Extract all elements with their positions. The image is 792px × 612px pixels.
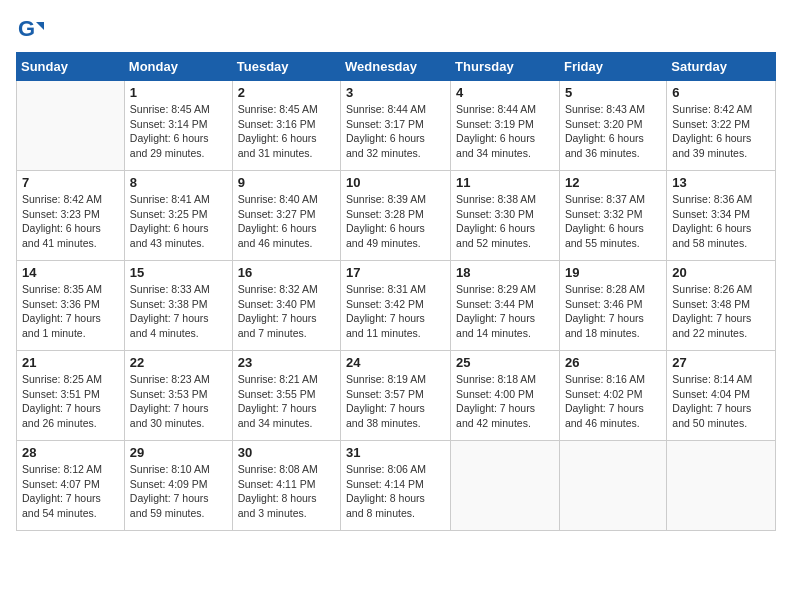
day-number: 21 [22,355,119,370]
day-number: 20 [672,265,770,280]
calendar-cell: 14Sunrise: 8:35 AM Sunset: 3:36 PM Dayli… [17,261,125,351]
day-detail: Sunrise: 8:06 AM Sunset: 4:14 PM Dayligh… [346,462,445,521]
day-detail: Sunrise: 8:10 AM Sunset: 4:09 PM Dayligh… [130,462,227,521]
day-number: 19 [565,265,661,280]
calendar-week-row: 1Sunrise: 8:45 AM Sunset: 3:14 PM Daylig… [17,81,776,171]
calendar-cell [451,441,560,531]
day-number: 4 [456,85,554,100]
day-number: 2 [238,85,335,100]
day-detail: Sunrise: 8:25 AM Sunset: 3:51 PM Dayligh… [22,372,119,431]
day-number: 14 [22,265,119,280]
day-number: 12 [565,175,661,190]
day-number: 11 [456,175,554,190]
calendar-cell: 13Sunrise: 8:36 AM Sunset: 3:34 PM Dayli… [667,171,776,261]
day-detail: Sunrise: 8:16 AM Sunset: 4:02 PM Dayligh… [565,372,661,431]
day-detail: Sunrise: 8:08 AM Sunset: 4:11 PM Dayligh… [238,462,335,521]
calendar-cell: 18Sunrise: 8:29 AM Sunset: 3:44 PM Dayli… [451,261,560,351]
calendar-cell: 28Sunrise: 8:12 AM Sunset: 4:07 PM Dayli… [17,441,125,531]
day-header-tuesday: Tuesday [232,53,340,81]
calendar-week-row: 21Sunrise: 8:25 AM Sunset: 3:51 PM Dayli… [17,351,776,441]
logo: G [16,16,48,44]
day-number: 8 [130,175,227,190]
day-number: 18 [456,265,554,280]
calendar-cell: 2Sunrise: 8:45 AM Sunset: 3:16 PM Daylig… [232,81,340,171]
calendar-table: SundayMondayTuesdayWednesdayThursdayFrid… [16,52,776,531]
calendar-cell: 1Sunrise: 8:45 AM Sunset: 3:14 PM Daylig… [124,81,232,171]
day-header-monday: Monday [124,53,232,81]
calendar-cell: 4Sunrise: 8:44 AM Sunset: 3:19 PM Daylig… [451,81,560,171]
day-number: 17 [346,265,445,280]
day-number: 27 [672,355,770,370]
calendar-cell [667,441,776,531]
day-number: 7 [22,175,119,190]
day-number: 9 [238,175,335,190]
day-number: 29 [130,445,227,460]
calendar-cell: 30Sunrise: 8:08 AM Sunset: 4:11 PM Dayli… [232,441,340,531]
day-number: 15 [130,265,227,280]
calendar-cell: 6Sunrise: 8:42 AM Sunset: 3:22 PM Daylig… [667,81,776,171]
day-detail: Sunrise: 8:38 AM Sunset: 3:30 PM Dayligh… [456,192,554,251]
logo-icon: G [16,16,44,44]
calendar-cell: 10Sunrise: 8:39 AM Sunset: 3:28 PM Dayli… [341,171,451,261]
day-detail: Sunrise: 8:42 AM Sunset: 3:22 PM Dayligh… [672,102,770,161]
day-detail: Sunrise: 8:29 AM Sunset: 3:44 PM Dayligh… [456,282,554,341]
day-detail: Sunrise: 8:21 AM Sunset: 3:55 PM Dayligh… [238,372,335,431]
day-detail: Sunrise: 8:35 AM Sunset: 3:36 PM Dayligh… [22,282,119,341]
calendar-cell: 21Sunrise: 8:25 AM Sunset: 3:51 PM Dayli… [17,351,125,441]
calendar-cell: 20Sunrise: 8:26 AM Sunset: 3:48 PM Dayli… [667,261,776,351]
day-number: 16 [238,265,335,280]
day-detail: Sunrise: 8:14 AM Sunset: 4:04 PM Dayligh… [672,372,770,431]
day-detail: Sunrise: 8:32 AM Sunset: 3:40 PM Dayligh… [238,282,335,341]
calendar-cell: 16Sunrise: 8:32 AM Sunset: 3:40 PM Dayli… [232,261,340,351]
day-number: 28 [22,445,119,460]
calendar-cell: 15Sunrise: 8:33 AM Sunset: 3:38 PM Dayli… [124,261,232,351]
svg-text:G: G [18,16,35,41]
day-number: 5 [565,85,661,100]
day-detail: Sunrise: 8:23 AM Sunset: 3:53 PM Dayligh… [130,372,227,431]
calendar-cell: 23Sunrise: 8:21 AM Sunset: 3:55 PM Dayli… [232,351,340,441]
day-number: 24 [346,355,445,370]
day-header-wednesday: Wednesday [341,53,451,81]
calendar-week-row: 28Sunrise: 8:12 AM Sunset: 4:07 PM Dayli… [17,441,776,531]
day-number: 22 [130,355,227,370]
calendar-cell: 29Sunrise: 8:10 AM Sunset: 4:09 PM Dayli… [124,441,232,531]
day-detail: Sunrise: 8:45 AM Sunset: 3:14 PM Dayligh… [130,102,227,161]
calendar-cell: 12Sunrise: 8:37 AM Sunset: 3:32 PM Dayli… [559,171,666,261]
day-detail: Sunrise: 8:33 AM Sunset: 3:38 PM Dayligh… [130,282,227,341]
calendar-header-row: SundayMondayTuesdayWednesdayThursdayFrid… [17,53,776,81]
day-number: 31 [346,445,445,460]
calendar-cell: 9Sunrise: 8:40 AM Sunset: 3:27 PM Daylig… [232,171,340,261]
calendar-cell: 31Sunrise: 8:06 AM Sunset: 4:14 PM Dayli… [341,441,451,531]
calendar-cell: 11Sunrise: 8:38 AM Sunset: 3:30 PM Dayli… [451,171,560,261]
calendar-cell: 24Sunrise: 8:19 AM Sunset: 3:57 PM Dayli… [341,351,451,441]
calendar-cell [559,441,666,531]
calendar-cell: 27Sunrise: 8:14 AM Sunset: 4:04 PM Dayli… [667,351,776,441]
day-detail: Sunrise: 8:45 AM Sunset: 3:16 PM Dayligh… [238,102,335,161]
day-detail: Sunrise: 8:19 AM Sunset: 3:57 PM Dayligh… [346,372,445,431]
day-header-saturday: Saturday [667,53,776,81]
svg-marker-1 [36,22,44,30]
day-number: 30 [238,445,335,460]
day-detail: Sunrise: 8:44 AM Sunset: 3:17 PM Dayligh… [346,102,445,161]
day-header-thursday: Thursday [451,53,560,81]
calendar-cell: 3Sunrise: 8:44 AM Sunset: 3:17 PM Daylig… [341,81,451,171]
page-header: G [16,16,776,44]
day-detail: Sunrise: 8:40 AM Sunset: 3:27 PM Dayligh… [238,192,335,251]
day-number: 3 [346,85,445,100]
day-detail: Sunrise: 8:42 AM Sunset: 3:23 PM Dayligh… [22,192,119,251]
day-number: 1 [130,85,227,100]
day-detail: Sunrise: 8:18 AM Sunset: 4:00 PM Dayligh… [456,372,554,431]
calendar-cell: 25Sunrise: 8:18 AM Sunset: 4:00 PM Dayli… [451,351,560,441]
day-detail: Sunrise: 8:36 AM Sunset: 3:34 PM Dayligh… [672,192,770,251]
calendar-week-row: 7Sunrise: 8:42 AM Sunset: 3:23 PM Daylig… [17,171,776,261]
day-header-friday: Friday [559,53,666,81]
calendar-cell: 26Sunrise: 8:16 AM Sunset: 4:02 PM Dayli… [559,351,666,441]
day-header-sunday: Sunday [17,53,125,81]
calendar-cell: 8Sunrise: 8:41 AM Sunset: 3:25 PM Daylig… [124,171,232,261]
day-detail: Sunrise: 8:41 AM Sunset: 3:25 PM Dayligh… [130,192,227,251]
day-number: 10 [346,175,445,190]
day-detail: Sunrise: 8:44 AM Sunset: 3:19 PM Dayligh… [456,102,554,161]
calendar-cell [17,81,125,171]
day-detail: Sunrise: 8:37 AM Sunset: 3:32 PM Dayligh… [565,192,661,251]
day-detail: Sunrise: 8:28 AM Sunset: 3:46 PM Dayligh… [565,282,661,341]
